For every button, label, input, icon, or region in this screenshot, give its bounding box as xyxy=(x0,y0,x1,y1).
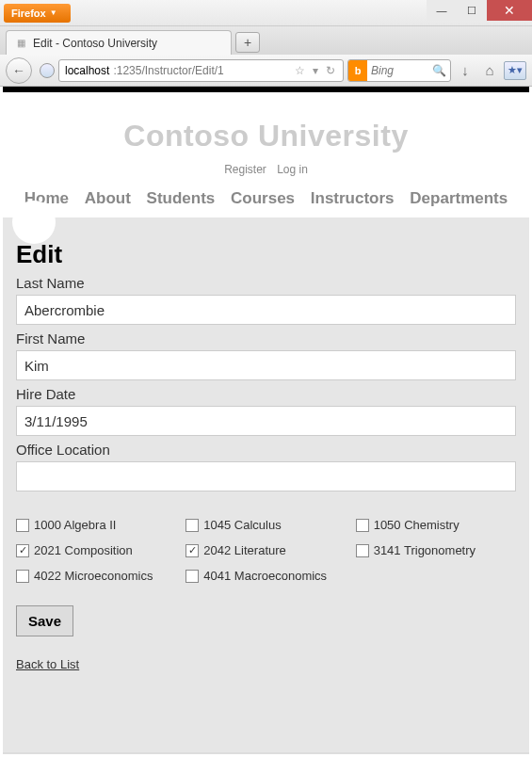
chevron-down-icon: ▼ xyxy=(50,8,57,17)
home-icon[interactable]: ⌂ xyxy=(479,62,500,78)
label-last-name: Last Name xyxy=(16,275,516,291)
input-office[interactable] xyxy=(16,461,516,491)
dropdown-icon[interactable]: ▾ xyxy=(311,64,320,77)
edit-form: Edit Last Name First Name Hire Date Offi… xyxy=(3,240,529,671)
course-label: 4041 Macroeconomics xyxy=(203,569,327,583)
checkbox-icon[interactable]: ✓ xyxy=(16,544,29,557)
browser-tab[interactable]: ▦ Edit - Contoso University xyxy=(6,30,232,55)
course-label: 1045 Calculus xyxy=(203,518,281,532)
page-viewport: Contoso University Register Log in Home … xyxy=(3,87,529,754)
checkbox-icon[interactable] xyxy=(356,544,369,557)
page-footer: © 2013 - Contoso University xyxy=(3,752,529,754)
reload-icon[interactable]: ↻ xyxy=(324,64,337,77)
window-minimize-button[interactable]: — xyxy=(427,0,457,21)
checkbox-icon[interactable] xyxy=(185,519,199,532)
nav-toolbar: ← localhost:1235/Instructor/Edit/1 ☆ ▾ ↻… xyxy=(0,55,532,87)
new-tab-button[interactable]: + xyxy=(235,32,260,53)
label-office: Office Location xyxy=(16,442,516,458)
nav-students[interactable]: Students xyxy=(147,189,216,207)
search-go-icon[interactable]: 🔍 xyxy=(428,64,450,77)
window-maximize-button[interactable]: ☐ xyxy=(457,0,487,21)
input-last-name[interactable] xyxy=(16,295,516,325)
course-label: 1000 Algebra II xyxy=(34,518,116,532)
course-item[interactable]: ✓2042 Literature xyxy=(185,543,346,557)
account-links: Register Log in xyxy=(12,163,520,176)
content-body: Edit Last Name First Name Hire Date Offi… xyxy=(3,217,529,754)
main-nav: Home About Students Courses Instructors … xyxy=(12,189,520,208)
course-item[interactable]: 1045 Calculus xyxy=(185,518,346,532)
tab-bar: ▦ Edit - Contoso University + xyxy=(0,26,532,55)
globe-icon xyxy=(40,63,55,78)
nav-courses[interactable]: Courses xyxy=(231,189,295,207)
course-label: 2021 Composition xyxy=(34,543,133,557)
checkbox-icon[interactable] xyxy=(16,570,29,583)
arrow-left-icon: ← xyxy=(12,63,25,78)
avatar-placeholder xyxy=(12,201,56,244)
course-label: 4022 Microeconomics xyxy=(34,569,153,583)
window-close-button[interactable]: ✕ xyxy=(487,0,532,21)
search-bar[interactable]: b Bing 🔍 xyxy=(347,59,451,82)
window-titlebar: Firefox ▼ — ☐ ✕ xyxy=(0,0,532,26)
site-title: Contoso University xyxy=(12,119,520,153)
course-label: 3141 Trigonometry xyxy=(374,543,476,557)
nav-departments[interactable]: Departments xyxy=(410,189,508,207)
courses-grid: 1000 Algebra II1045 Calculus1050 Chemist… xyxy=(16,518,516,583)
course-item[interactable]: 4041 Macroeconomics xyxy=(185,569,346,583)
checkbox-icon[interactable]: ✓ xyxy=(185,544,199,557)
checkbox-icon[interactable] xyxy=(185,570,199,583)
bing-icon: b xyxy=(348,60,367,81)
url-bar[interactable]: localhost:1235/Instructor/Edit/1 ☆ ▾ ↻ xyxy=(58,59,344,82)
tab-title: Edit - Contoso University xyxy=(33,37,157,50)
firefox-label: Firefox xyxy=(11,8,46,19)
window-controls: — ☐ ✕ xyxy=(427,0,532,21)
label-first-name: First Name xyxy=(16,330,516,346)
url-host: localhost xyxy=(65,64,109,77)
course-item[interactable]: 1000 Algebra II xyxy=(16,518,176,532)
star-icon[interactable]: ☆ xyxy=(293,64,307,77)
checkbox-icon[interactable] xyxy=(16,519,29,532)
input-hire-date[interactable] xyxy=(16,406,516,436)
back-button[interactable]: ← xyxy=(6,57,32,84)
back-to-list-link[interactable]: Back to List xyxy=(16,657,79,671)
firefox-menu-button[interactable]: Firefox ▼ xyxy=(4,4,71,23)
course-label: 2042 Literature xyxy=(203,543,285,557)
site-header: Contoso University Register Log in Home … xyxy=(3,92,529,217)
course-item[interactable]: ✓2021 Composition xyxy=(16,543,176,557)
register-link[interactable]: Register xyxy=(224,163,266,176)
search-placeholder: Bing xyxy=(367,64,428,77)
save-button[interactable]: Save xyxy=(16,605,73,636)
nav-about[interactable]: About xyxy=(85,189,131,207)
course-item[interactable]: 1050 Chemistry xyxy=(356,518,516,532)
login-link[interactable]: Log in xyxy=(277,163,308,176)
course-item[interactable]: 4022 Microeconomics xyxy=(16,569,176,583)
checkbox-icon[interactable] xyxy=(356,519,369,532)
bookmarks-button[interactable]: ★▾ xyxy=(504,61,526,80)
label-hire-date: Hire Date xyxy=(16,386,516,402)
url-path: :1235/Instructor/Edit/1 xyxy=(113,64,223,77)
nav-instructors[interactable]: Instructors xyxy=(311,189,395,207)
input-first-name[interactable] xyxy=(16,350,516,380)
downloads-icon[interactable]: ↓ xyxy=(455,62,476,78)
course-label: 1050 Chemistry xyxy=(374,518,459,532)
page-heading: Edit xyxy=(16,240,516,269)
course-item[interactable]: 3141 Trigonometry xyxy=(356,543,516,557)
page-icon: ▦ xyxy=(14,37,27,50)
